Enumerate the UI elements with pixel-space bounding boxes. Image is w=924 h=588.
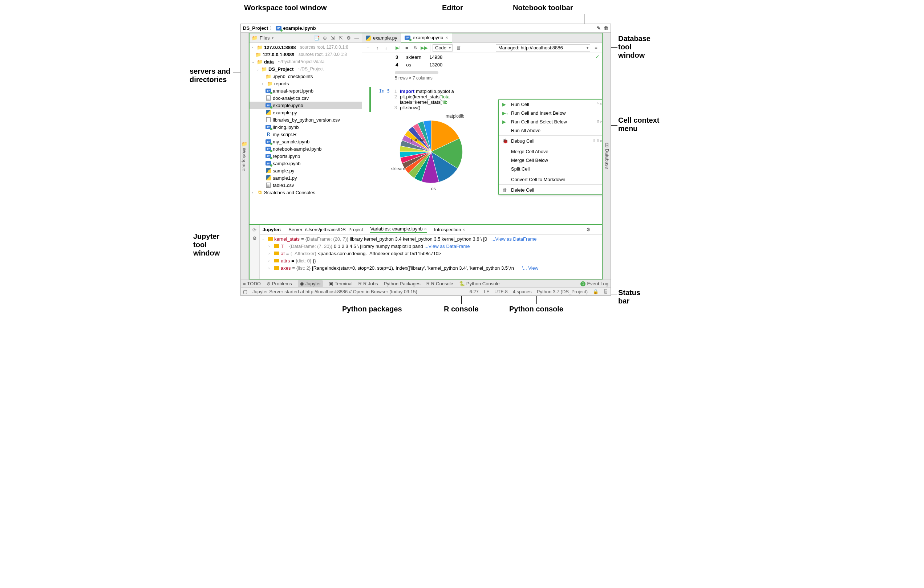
trash-icon[interactable]: 🗑 <box>604 25 608 31</box>
python-packages-tool-button[interactable]: Python Packages <box>384 281 420 287</box>
close-icon[interactable]: × <box>424 226 427 232</box>
var-row[interactable]: ›at = {_AtIndexer} <pandas.core.indexing… <box>262 250 600 257</box>
line-ending[interactable]: LF <box>484 289 489 294</box>
ctx-merge-below[interactable]: Merge Cell Below <box>499 156 602 165</box>
editor-content[interactable]: ✓ 3sklearn14938 4os13200 5 rows × 7 colu… <box>362 53 602 224</box>
toggle-toolwindows-icon[interactable]: ▢ <box>243 289 248 294</box>
tree-scratches[interactable]: ›⧉Scratches and Consoles <box>249 189 362 196</box>
tree-checkpoints[interactable]: 📁.ipynb_checkpoints <box>249 72 362 80</box>
jupyter-variables-tab[interactable]: Variables: example.ipynb × <box>370 226 427 233</box>
move-up-button[interactable]: ↑ <box>374 44 381 51</box>
annotation-editor: Editor <box>442 3 463 12</box>
tree-file[interactable]: Rmy-script.R <box>249 131 362 138</box>
tree-file[interactable]: sample.py <box>249 167 362 174</box>
workspace-tool-button[interactable]: 📁 Workspace <box>241 139 248 173</box>
todo-tool-button[interactable]: ≡ TODO <box>243 281 261 287</box>
hide-icon[interactable]: — <box>354 35 360 41</box>
python-console-tool-button[interactable]: 🐍 Python Console <box>459 281 500 287</box>
locate-icon[interactable]: ⊕ <box>322 35 328 41</box>
r-console-tool-button[interactable]: R R Console <box>426 281 453 287</box>
workspace-view-selector[interactable]: Files <box>260 35 269 41</box>
indent-setting[interactable]: 4 spaces <box>513 289 532 294</box>
memory-indicator-icon[interactable]: 🗄 <box>604 289 608 294</box>
ctx-run-cell[interactable]: ▶Run Cell⌃⏎ <box>499 100 602 109</box>
workspace-tree[interactable]: ›📁127.0.0.1:8888 sources root, 127.0.0.1… <box>249 43 362 224</box>
notebook-more-icon[interactable]: ≡ <box>592 44 600 51</box>
jupyter-introspection-tab[interactable]: Introspection × <box>434 227 465 232</box>
var-row[interactable]: ⌄kernel_stats = {DataFrame: (20, 7)} lib… <box>262 235 600 242</box>
var-row[interactable]: ›attrs = {dict: 0} {} <box>262 257 600 264</box>
ctx-run-insert-below[interactable]: ▶₊Run Cell and Insert Below <box>499 109 602 117</box>
status-ok-icon: ✓ <box>595 54 600 59</box>
breadcrumb-file[interactable]: example.ipynb <box>283 25 316 31</box>
ctx-run-all-above[interactable]: Run All Above <box>499 126 602 135</box>
tree-server-2[interactable]: 📁127.0.0.1:8889 sources root, 127.0.0.1:… <box>249 51 362 58</box>
variables-tree[interactable]: ⌄kernel_stats = {DataFrame: (20, 7)} lib… <box>260 234 602 279</box>
add-cell-button[interactable]: ＋ <box>364 44 371 51</box>
tree-file[interactable]: sample1.py <box>249 174 362 181</box>
move-down-button[interactable]: ↓ <box>383 44 390 51</box>
close-icon[interactable]: × <box>462 227 465 232</box>
edit-icon[interactable]: ✎ <box>597 25 601 31</box>
tree-server-1[interactable]: ›📁127.0.0.1:8888 sources root, 127.0.0.1… <box>249 44 362 51</box>
add-server-icon[interactable]: 📑 <box>314 35 320 41</box>
delete-cell-button[interactable]: 🗑 <box>455 44 462 51</box>
tree-file[interactable]: IPmy_sample.ipynb <box>249 138 362 145</box>
caret-position[interactable]: 6:27 <box>469 289 478 294</box>
close-tab-icon[interactable]: × <box>445 35 448 40</box>
run-cell-button[interactable]: ▶⎮ <box>394 44 402 51</box>
refresh-icon[interactable]: ⟳ <box>252 227 256 233</box>
jupyter-file-icon: IP <box>276 26 282 30</box>
tree-file[interactable]: libraries_by_python_version.csv <box>249 116 362 124</box>
run-all-button[interactable]: ▶▶ <box>421 44 428 51</box>
var-row[interactable]: ›axes = {list: 2} [RangeIndex(start=0, s… <box>262 264 600 272</box>
annotation-workspace: Workspace tool window <box>244 3 327 12</box>
restart-button[interactable]: ↻ <box>412 44 419 51</box>
terminal-tool-button[interactable]: ▣ Terminal <box>329 281 352 287</box>
gear-icon[interactable]: ⚙ <box>252 236 257 241</box>
ctx-delete-cell[interactable]: 🗑Delete Cell <box>499 186 602 194</box>
file-encoding[interactable]: UTF-8 <box>494 289 508 294</box>
hide-icon[interactable]: — <box>594 227 599 232</box>
horizontal-scroll[interactable] <box>395 71 438 74</box>
cell-type-select[interactable]: Code <box>432 44 452 51</box>
ctx-split[interactable]: Split Cell <box>499 165 602 173</box>
tree-file-selected[interactable]: IPexample.ipynb <box>249 102 362 109</box>
rjobs-tool-button[interactable]: R R Jobs <box>358 281 378 287</box>
cell-prompt: In 5 <box>371 87 393 112</box>
event-log-button[interactable]: 1 Event Log <box>581 281 608 287</box>
tree-file[interactable]: table1.csv <box>249 181 362 189</box>
ctx-merge-above[interactable]: Merge Cell Above <box>499 147 602 156</box>
tree-file[interactable]: IPannual-report.ipynb <box>249 87 362 94</box>
tree-data-dir[interactable]: ⌄📁data ~/PycharmProjects/data <box>249 58 362 65</box>
tree-file[interactable]: IPlinking.ipynb <box>249 124 362 131</box>
collapse-icon[interactable]: ⇱ <box>338 35 343 41</box>
tree-project-dir[interactable]: ⌄📁DS_Project ~/DS_Project <box>249 65 362 72</box>
ctx-run-select-below[interactable]: ▶Run Cell and Select Below⇧⏎ <box>499 117 602 126</box>
problems-tool-button[interactable]: ⊘ Problems <box>267 281 292 287</box>
jupyter-server-select[interactable]: Managed: http://localhost:8886 <box>496 44 590 51</box>
lock-icon[interactable]: 🔒 <box>593 289 599 294</box>
var-row[interactable]: ›T = {DataFrame: (7, 20)} 0 1 2 3 4 5 \ … <box>262 242 600 250</box>
gear-icon[interactable]: ⚙ <box>346 35 351 41</box>
breadcrumb-project[interactable]: DS_Project <box>243 25 268 31</box>
ctx-convert-md[interactable]: Convert Cell to Markdown <box>499 175 602 184</box>
interrupt-button[interactable]: ■ <box>403 44 411 51</box>
tree-file[interactable]: example.py <box>249 109 362 116</box>
tree-file[interactable]: IPreports.ipynb <box>249 152 362 160</box>
jupyter-server-tab[interactable]: Server: /Users/jetbrains/DS_Project <box>289 227 363 232</box>
tab-example-ipynb[interactable]: IPexample.ipynb× <box>401 33 452 43</box>
jupyter-tabs: Jupyter: Server: /Users/jetbrains/DS_Pro… <box>260 225 602 234</box>
interpreter-selector[interactable]: Python 3.7 (DS_Project) <box>537 289 588 294</box>
tree-file[interactable]: IPnotebook-sample.ipynb <box>249 145 362 152</box>
tree-reports-dir[interactable]: ›📁reports <box>249 80 362 87</box>
tree-file[interactable]: doc-analytics.csv <box>249 94 362 102</box>
tree-file[interactable]: IPsample.ipynb <box>249 160 362 167</box>
ctx-debug-cell[interactable]: 🐞Debug Cell⇧⇧⏎ <box>499 137 602 145</box>
gear-icon[interactable]: ⚙ <box>586 227 591 232</box>
expand-icon[interactable]: ⇲ <box>330 35 336 41</box>
database-tool-button[interactable]: 🗄 Database <box>604 142 610 171</box>
tab-example-py[interactable]: example.py <box>362 33 401 43</box>
run-icon: ▶ <box>502 102 508 107</box>
jupyter-tool-button[interactable]: ◉ Jupyter <box>298 280 323 287</box>
